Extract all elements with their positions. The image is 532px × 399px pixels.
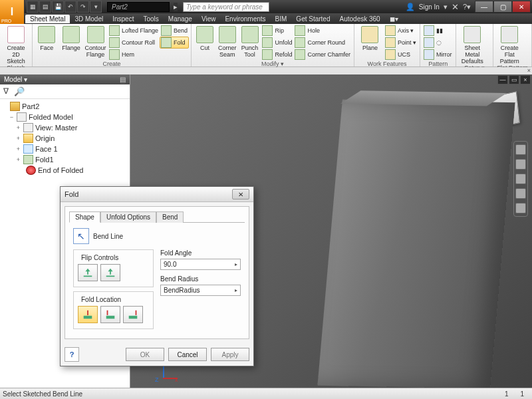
plane-button[interactable]: Plane bbox=[356, 25, 384, 51]
dialog-tab-shape[interactable]: Shape bbox=[69, 211, 100, 223]
bend-button[interactable]: Bend bbox=[160, 25, 189, 37]
app-menu-button[interactable]: IPRO bbox=[0, 0, 25, 24]
filter-icon[interactable]: ∇ bbox=[3, 86, 9, 96]
search-input[interactable]: Type a keyword or phrase bbox=[183, 2, 269, 12]
tree-face1[interactable]: +Face 1 bbox=[2, 144, 128, 154]
signin-dropdown-icon[interactable]: ▾ bbox=[444, 3, 448, 11]
ok-button[interactable]: OK bbox=[126, 348, 164, 361]
create-flat-pattern-button[interactable]: Create Flat Pattern bbox=[495, 25, 523, 65]
toolstrip-close-icon[interactable]: × bbox=[527, 67, 531, 74]
status-bar: Select Sketched Bend Line 1 1 bbox=[0, 388, 532, 399]
tree-fold1[interactable]: +Fold1 bbox=[2, 154, 128, 165]
rect-pattern-button[interactable]: ▮▮ bbox=[422, 25, 454, 37]
qat-new-icon[interactable]: ▦ bbox=[27, 1, 39, 13]
qat-undo-icon[interactable]: ↶ bbox=[65, 1, 76, 13]
rip-button[interactable]: Rip bbox=[261, 25, 293, 37]
contour-roll-button[interactable]: Contour Roll bbox=[108, 37, 160, 49]
tab-sheet-metal[interactable]: Sheet Metal bbox=[25, 15, 70, 23]
find-icon[interactable]: 🔎 bbox=[14, 86, 25, 96]
qat-redo-icon[interactable]: ↷ bbox=[77, 1, 89, 13]
nav-lookat-icon[interactable] bbox=[515, 203, 526, 213]
doc-dropdown-icon[interactable]: ▸ bbox=[174, 3, 178, 11]
ribbon-tabs: Sheet Metal 3D Model Inspect Tools Manag… bbox=[0, 13, 532, 24]
tab-autodesk-360[interactable]: Autodesk 360 bbox=[335, 15, 385, 23]
hem-button[interactable]: Hem bbox=[108, 49, 160, 61]
qat-more-icon[interactable]: ▾ bbox=[90, 1, 102, 13]
browser-header[interactable]: Model ▾▤ bbox=[0, 74, 130, 84]
dropdown-arrow-icon[interactable]: ▸ bbox=[235, 287, 237, 293]
dropdown-arrow-icon[interactable]: ▸ bbox=[235, 261, 237, 267]
corner-round-button[interactable]: Corner Round bbox=[293, 37, 352, 49]
corner-chamfer-button[interactable]: Corner Chamfer bbox=[293, 49, 352, 61]
refold-button[interactable]: Refold bbox=[261, 49, 293, 61]
circ-pattern-button[interactable]: ◌ bbox=[422, 37, 454, 49]
dialog-tab-unfold-options[interactable]: Unfold Options bbox=[100, 211, 156, 223]
dialog-titlebar[interactable]: Fold ✕ bbox=[61, 187, 253, 202]
vp-close-icon[interactable]: × bbox=[520, 75, 531, 84]
create-2d-sketch-button[interactable]: Create 2D Sketch bbox=[2, 25, 30, 65]
tree-origin[interactable]: +Origin bbox=[2, 133, 128, 144]
close-button[interactable]: ✕ bbox=[512, 1, 531, 13]
tree-folded-model[interactable]: −Folded Model bbox=[2, 112, 128, 122]
bend-radius-input[interactable]: BendRadius▸ bbox=[160, 285, 241, 296]
cut-button[interactable]: Cut bbox=[194, 25, 216, 51]
signin-icon[interactable]: 👤 bbox=[406, 3, 415, 11]
fold-button[interactable]: Fold bbox=[160, 37, 189, 49]
tree-view-master[interactable]: +View: Master bbox=[2, 122, 128, 133]
ucs-button[interactable]: UCS bbox=[384, 49, 418, 61]
bend-line-selector-icon[interactable]: ↖ bbox=[73, 228, 89, 244]
mirror-button[interactable]: Mirror bbox=[422, 49, 454, 61]
flip-side-button[interactable] bbox=[78, 264, 98, 281]
contour-flange-button[interactable]: Contour Flange bbox=[83, 25, 108, 58]
part-geometry[interactable] bbox=[317, 100, 515, 388]
help-icon[interactable]: ?▾ bbox=[463, 3, 471, 11]
exchange-icon[interactable]: ✕ bbox=[452, 2, 459, 12]
flip-direction-button[interactable] bbox=[100, 264, 120, 281]
tab-environments[interactable]: Environments bbox=[220, 15, 270, 23]
face-button[interactable]: Face bbox=[35, 25, 59, 51]
tab-inspect[interactable]: Inspect bbox=[108, 15, 138, 23]
punch-tool-button[interactable]: Punch Tool bbox=[239, 25, 261, 58]
title-bar: ▦ ▤ 💾 ↶ ↷ ▾ Part2 ▸ Type a keyword or ph… bbox=[0, 0, 532, 13]
fold-loc-start-button[interactable] bbox=[100, 306, 120, 323]
tab-get-started[interactable]: Get Started bbox=[291, 15, 334, 23]
hole-button[interactable]: Hole bbox=[293, 25, 352, 37]
tree-root[interactable]: Part2 bbox=[2, 101, 128, 112]
qat-open-icon[interactable]: ▤ bbox=[39, 1, 51, 13]
corner-seam-button[interactable]: Corner Seam bbox=[216, 25, 239, 58]
nav-orbit-icon[interactable] bbox=[515, 188, 526, 199]
tab-view[interactable]: View bbox=[197, 15, 221, 23]
fold-angle-input[interactable]: 90.0▸ bbox=[160, 259, 241, 270]
flange-button[interactable]: Flange bbox=[59, 25, 84, 51]
dialog-help-button[interactable]: ? bbox=[65, 347, 79, 362]
dialog-close-icon[interactable]: ✕ bbox=[232, 189, 249, 200]
tab-extras-icon[interactable]: ◼▾ bbox=[385, 15, 403, 23]
tree-end-of-folded[interactable]: End of Folded bbox=[2, 165, 128, 176]
minimize-button[interactable]: — bbox=[475, 1, 493, 13]
tab-3d-model[interactable]: 3D Model bbox=[70, 15, 108, 23]
tab-tools[interactable]: Tools bbox=[138, 15, 163, 23]
apply-button[interactable]: Apply bbox=[211, 348, 249, 361]
nav-zoom-icon[interactable] bbox=[515, 174, 526, 184]
point-button[interactable]: Point ▾ bbox=[384, 37, 418, 49]
vp-minimize-icon[interactable]: — bbox=[497, 75, 508, 84]
maximize-button[interactable]: ▢ bbox=[493, 1, 512, 13]
lofted-flange-button[interactable]: Lofted Flange bbox=[108, 25, 160, 37]
fold-loc-centerline-button[interactable] bbox=[78, 306, 98, 323]
fold-loc-end-button[interactable] bbox=[123, 306, 143, 323]
cancel-button[interactable]: Cancel bbox=[168, 348, 207, 361]
qat-save-icon[interactable]: 💾 bbox=[52, 1, 64, 13]
dialog-tab-bend[interactable]: Bend bbox=[156, 211, 184, 223]
axis-button[interactable]: Axis ▾ bbox=[384, 25, 418, 37]
document-title: Part2 bbox=[107, 2, 170, 12]
sheet-metal-defaults-button[interactable]: Sheet Metal Defaults bbox=[458, 25, 486, 65]
nav-pan-icon[interactable] bbox=[515, 159, 526, 170]
axis-x-label: x bbox=[175, 376, 178, 383]
tab-manage[interactable]: Manage bbox=[164, 15, 197, 23]
unfold-button[interactable]: Unfold bbox=[261, 37, 293, 49]
tab-bim[interactable]: BIM bbox=[271, 15, 292, 23]
fold-angle-label: Fold Angle bbox=[160, 249, 241, 257]
vp-restore-icon[interactable]: ▭ bbox=[509, 75, 519, 84]
nav-wheel-icon[interactable] bbox=[515, 144, 526, 155]
signin-link[interactable]: Sign In bbox=[419, 3, 440, 11]
